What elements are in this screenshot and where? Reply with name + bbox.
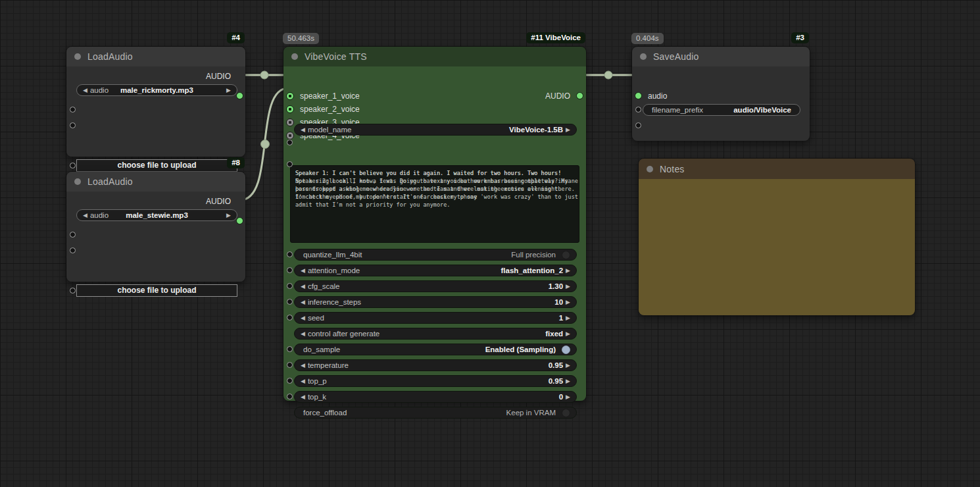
widget-label: quantize_llm_4bit (303, 251, 362, 259)
input-port-speaker-1[interactable] (286, 92, 294, 100)
decrement-arrow-icon[interactable]: ◀ (301, 312, 305, 324)
widget-socket[interactable] (287, 283, 293, 289)
decrement-arrow-icon[interactable]: ◀ (301, 375, 305, 387)
input-label-audio: audio (648, 91, 667, 101)
widget-force-offload[interactable]: force_offload Keep in VRAM (294, 407, 577, 419)
increment-arrow-icon[interactable]: ▶ (566, 296, 570, 308)
node-dot-icon (74, 53, 81, 60)
input-label: speaker_2_voice (300, 104, 360, 115)
decrement-arrow-icon[interactable]: ◀ (301, 328, 305, 340)
filename-prefix-field[interactable]: filename_prefix audio/VibeVoice (643, 104, 800, 116)
wire-midpoint-dot[interactable] (261, 140, 270, 149)
widget-socket[interactable] (70, 163, 76, 168)
increment-arrow-icon[interactable]: ▶ (566, 312, 570, 324)
widget-socket[interactable] (70, 247, 76, 253)
output-port-audio[interactable] (236, 92, 243, 99)
node-id-badge: #11 VibeVoice (526, 32, 585, 43)
decrement-arrow-icon[interactable]: ◀ (301, 265, 305, 276)
node-loadaudio-2[interactable]: LoadAudio AUDIO ◀ audio male_stewie.mp3 … (66, 171, 246, 282)
increment-arrow-icon[interactable]: ▶ (566, 124, 570, 136)
audio-file-combo[interactable]: ◀ audio male_stewie.mp3 ▶ (76, 209, 237, 221)
widget-top-k[interactable]: ◀ top_k 0 ▶ (294, 391, 577, 403)
widget-socket[interactable] (70, 122, 76, 128)
widget-value: 0.95 (549, 361, 563, 369)
choose-file-button[interactable]: choose file to upload (76, 159, 237, 172)
increment-arrow-icon[interactable]: ▶ (566, 328, 570, 340)
script-textarea[interactable]: Speaker 1: I can't believe you did it ag… (290, 165, 579, 243)
input-port-speaker-2[interactable] (286, 105, 294, 113)
widget-socket[interactable] (635, 122, 641, 128)
node-notes[interactable]: Notes (638, 158, 916, 316)
widget-quantize-llm-4bit[interactable]: quantize_llm_4bit Full precision (294, 249, 577, 261)
widget-label: filename_prefix (652, 106, 703, 114)
decrement-arrow-icon[interactable]: ◀ (301, 280, 305, 292)
node-loadaudio-1[interactable]: LoadAudio AUDIO ◀ audio male_rickmorty.m… (66, 46, 246, 157)
widget-socket-model-name[interactable] (287, 140, 293, 145)
widget-temperature[interactable]: ◀ temperature 0.95 ▶ (294, 359, 577, 371)
widget-attention-mode[interactable]: ◀ attention_mode flash_attention_2 ▶ (294, 265, 577, 276)
widget-socket[interactable] (287, 346, 293, 352)
notes-body[interactable] (639, 179, 915, 315)
widget-label: top_k (308, 393, 326, 401)
widget-seed[interactable]: ◀ seed 1 ▶ (294, 312, 577, 324)
node-id-badge: #3 (791, 32, 809, 43)
widget-label: inference_steps (308, 298, 361, 306)
widget-do-sample[interactable]: do_sample Enabled (Sampling) (294, 344, 577, 355)
node-graph-canvas[interactable]: #4 #8 50.463s #11 VibeVoice 0.404s #3 Lo… (0, 0, 980, 487)
widget-value: 0.95 (549, 377, 563, 385)
audio-file-combo[interactable]: ◀ audio male_rickmorty.mp3 ▶ (76, 84, 237, 96)
input-port-speaker-4[interactable] (286, 132, 294, 140)
node-titlebar[interactable]: Notes (639, 159, 915, 179)
widget-value: 1.30 (549, 282, 563, 290)
increment-arrow-icon[interactable]: ▶ (566, 265, 570, 276)
decrement-arrow-icon[interactable]: ◀ (301, 296, 305, 308)
increment-arrow-icon[interactable]: ▶ (566, 375, 570, 387)
widget-socket[interactable] (70, 107, 76, 113)
widget-value: audio/VibeVoice (733, 106, 791, 114)
widget-socket[interactable] (287, 362, 293, 368)
node-titlebar[interactable]: LoadAudio (66, 47, 245, 66)
output-port-audio[interactable] (576, 92, 583, 99)
execution-time-badge: 0.404s (631, 33, 664, 44)
node-body: speaker_1_voice speaker_2_voice speaker_… (283, 66, 586, 401)
node-saveaudio[interactable]: SaveAudio audio filename_prefix audio/Vi… (631, 46, 810, 141)
wire-midpoint-dot[interactable] (260, 71, 268, 79)
node-titlebar[interactable]: LoadAudio (66, 172, 245, 192)
widget-socket-text[interactable] (287, 161, 293, 167)
widget-socket[interactable] (287, 251, 293, 257)
increment-arrow-icon[interactable]: ▶ (566, 391, 570, 403)
widget-socket[interactable] (635, 107, 641, 113)
toggle-knob-off[interactable] (562, 409, 570, 417)
decrement-arrow-icon[interactable]: ◀ (301, 124, 305, 136)
input-port-audio[interactable] (635, 92, 642, 99)
node-vibevoice-tts[interactable]: VibeVoice TTS speaker_1_voice speaker_2_… (283, 46, 587, 401)
increment-arrow-icon[interactable]: ▶ (566, 359, 570, 371)
input-port-speaker-3[interactable] (286, 118, 294, 126)
decrement-arrow-icon[interactable]: ◀ (301, 359, 305, 371)
model-name-combo[interactable]: ◀ model_name VibeVoice-1.5B ▶ (294, 124, 577, 136)
output-port-audio[interactable] (236, 217, 243, 224)
widget-control-after-generate[interactable]: ◀ control after generate fixed ▶ (294, 328, 577, 340)
toggle-knob-off[interactable] (562, 251, 570, 259)
widget-socket[interactable] (70, 288, 76, 294)
widget-cfg-scale[interactable]: ◀ cfg_scale 1.30 ▶ (294, 280, 577, 292)
widget-value: VibeVoice-1.5B (509, 126, 563, 134)
widget-inference-steps[interactable]: ◀ inference_steps 10 ▶ (294, 296, 577, 308)
increment-arrow-icon[interactable]: ▶ (566, 280, 570, 292)
widget-socket[interactable] (287, 378, 293, 384)
widget-socket[interactable] (287, 267, 293, 273)
widget-socket[interactable] (287, 299, 293, 305)
node-titlebar[interactable]: SaveAudio (632, 47, 810, 66)
wire-midpoint-dot[interactable] (604, 71, 612, 79)
widget-socket[interactable] (287, 315, 293, 320)
node-titlebar[interactable]: VibeVoice TTS (283, 47, 586, 66)
widget-socket[interactable] (287, 394, 293, 399)
choose-file-button[interactable]: choose file to upload (76, 284, 237, 297)
node-id-badge: #8 (227, 157, 245, 168)
node-body: audio filename_prefix audio/VibeVoice (632, 66, 810, 141)
toggle-knob-on[interactable] (562, 346, 570, 354)
decrement-arrow-icon[interactable]: ◀ (301, 391, 305, 403)
widget-socket[interactable] (70, 232, 76, 238)
widget-top-p[interactable]: ◀ top_p 0.95 ▶ (294, 375, 577, 387)
widget-value: Keep in VRAM (506, 409, 556, 417)
